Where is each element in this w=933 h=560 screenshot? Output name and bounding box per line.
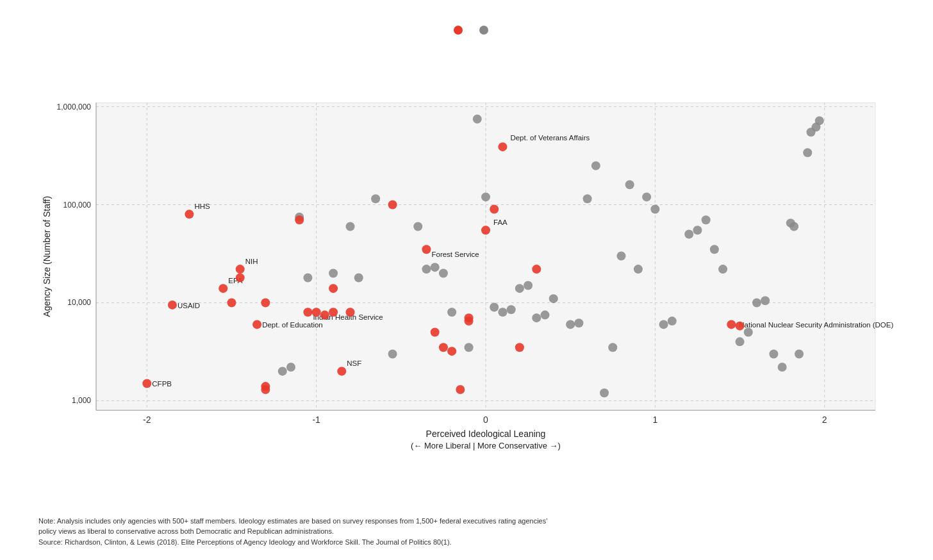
svg-text:10,000: 10,000 [67,298,91,307]
svg-point-79 [168,301,177,309]
svg-point-110 [456,385,465,394]
svg-point-112 [465,317,474,325]
svg-point-93 [261,385,270,394]
svg-point-48 [583,194,592,203]
svg-point-38 [490,302,499,311]
svg-point-23 [286,363,295,372]
svg-text:HHS: HHS [194,202,210,210]
legend-item-no [479,26,492,35]
doge-dot [454,26,463,35]
svg-point-60 [693,226,702,235]
svg-point-37 [481,192,490,201]
svg-text:0: 0 [483,415,488,425]
svg-point-51 [608,343,617,352]
svg-text:CFPB: CFPB [152,380,172,388]
svg-point-101 [337,366,346,375]
svg-point-105 [422,245,431,254]
svg-point-68 [769,349,778,358]
svg-point-119 [532,265,541,274]
svg-point-30 [388,349,397,358]
svg-point-98 [320,311,329,320]
no-dot [479,26,488,35]
svg-point-29 [371,194,380,203]
svg-point-97 [312,308,321,317]
svg-point-85 [227,298,236,307]
svg-point-115 [490,205,499,214]
svg-text:Forest Service: Forest Service [431,251,479,258]
svg-text:1: 1 [652,415,657,425]
chart-area: -2-10121,00010,000100,0001,000,000CFPBUS… [38,41,895,511]
svg-text:NIH: NIH [245,258,258,265]
svg-point-50 [600,388,609,397]
svg-point-41 [515,284,524,293]
svg-text:Dept. of Veterans Affairs: Dept. of Veterans Affairs [510,134,590,142]
svg-point-73 [803,148,812,157]
svg-point-56 [650,205,659,214]
svg-point-27 [346,222,355,231]
page-container: -2-10121,00010,000100,0001,000,000CFPBUS… [0,0,933,560]
svg-point-94 [295,215,304,224]
svg-point-43 [532,313,541,322]
svg-text:(← More Liberal | More Conserv: (← More Liberal | More Conservative →) [411,441,561,450]
svg-point-44 [541,311,550,320]
svg-point-76 [815,116,824,125]
svg-point-39 [498,308,507,317]
svg-point-122 [736,322,745,331]
svg-point-46 [566,320,575,329]
svg-point-69 [778,363,787,372]
svg-point-52 [616,252,625,261]
svg-point-31 [413,222,422,231]
svg-point-91 [261,298,270,307]
svg-point-71 [789,222,798,231]
svg-point-36 [465,343,474,352]
svg-point-63 [718,265,727,274]
svg-point-62 [710,245,719,254]
svg-point-65 [744,328,753,337]
svg-point-49 [591,161,600,170]
svg-point-66 [752,298,761,307]
svg-point-103 [346,308,355,317]
svg-point-95 [303,308,312,317]
svg-point-120 [727,320,736,329]
svg-text:NSF: NSF [347,359,361,367]
svg-point-33 [431,263,440,272]
svg-text:100,000: 100,000 [63,201,92,210]
svg-point-21 [473,115,482,124]
svg-text:Dept. of Education: Dept. of Education [262,321,323,329]
svg-point-67 [761,296,770,305]
svg-point-54 [634,265,643,274]
svg-text:Agency Size (Number of Staff): Agency Size (Number of Staff) [42,196,52,317]
svg-point-45 [549,294,558,303]
svg-point-40 [507,305,516,314]
svg-text:FAA: FAA [493,218,508,226]
svg-point-28 [354,273,363,282]
svg-point-77 [142,379,151,388]
svg-text:National Nuclear Security Admi: National Nuclear Security Administration… [739,321,893,329]
footnote: Note: Analysis includes only agencies wi… [38,516,895,548]
svg-point-83 [219,284,227,293]
svg-point-87 [236,265,245,274]
svg-point-53 [625,180,634,189]
scatter-plot: -2-10121,00010,000100,0001,000,000CFPBUS… [38,41,895,511]
svg-point-118 [515,343,524,352]
svg-point-34 [439,268,448,277]
svg-point-57 [659,320,668,329]
svg-point-47 [574,318,583,327]
svg-text:2: 2 [822,415,827,425]
svg-point-104 [388,201,397,210]
svg-point-26 [329,268,338,277]
svg-text:Perceived Ideological Leaning: Perceived Ideological Leaning [426,429,546,439]
svg-point-61 [702,215,711,224]
legend [441,26,492,35]
svg-point-108 [439,343,448,352]
svg-text:1,000: 1,000 [72,396,91,405]
svg-point-25 [303,273,312,282]
svg-point-64 [736,337,745,346]
svg-point-22 [278,366,287,375]
svg-point-42 [524,281,533,290]
svg-text:-2: -2 [143,415,151,425]
legend-item-doge [454,26,467,35]
svg-point-32 [422,265,431,274]
svg-point-59 [684,230,693,239]
svg-text:1,000,000: 1,000,000 [57,103,92,111]
